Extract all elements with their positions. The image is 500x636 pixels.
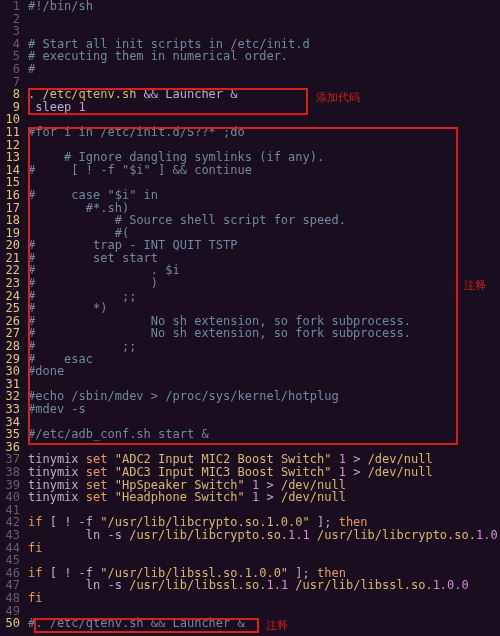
code-line[interactable]: # ;; [28,340,500,353]
line-number: 33 [0,403,20,416]
code-line[interactable]: #done [28,365,500,378]
code-line[interactable]: # esac [28,353,500,366]
code-line[interactable]: # executing them in numerical order. [28,50,500,63]
line-gutter: 1234567891011121314151617181920212223242… [0,0,28,630]
line-number: 30 [0,365,20,378]
code-line[interactable]: #echo /sbin/mdev > /proc/sys/kernel/hotp… [28,390,500,403]
line-number: 28 [0,340,20,353]
code-line[interactable]: ln -s /usr/lib/libcrypto.so.1.1 /usr/lib… [28,529,500,542]
line-number: 8 [0,88,20,101]
code-line[interactable]: #for i in /etc/init.d/S??* ;do [28,126,500,139]
line-number: 18 [0,214,20,227]
code-line[interactable]: fi [28,592,500,605]
line-number: 11 [0,126,20,139]
code-line[interactable]: #mdev -s [28,403,500,416]
line-number: 6 [0,63,20,76]
line-number: 35 [0,428,20,441]
line-number: 13 [0,151,20,164]
line-number: 50 [0,617,20,630]
line-number: 25 [0,302,20,315]
line-number: 3 [0,25,20,38]
line-number: 23 [0,277,20,290]
code-line[interactable] [28,13,500,26]
code-line[interactable]: #!/bin/sh [28,0,500,13]
code-editor[interactable]: 1234567891011121314151617181920212223242… [0,0,500,630]
line-number: 16 [0,189,20,202]
line-number: 38 [0,466,20,479]
code-line[interactable]: fi [28,542,500,555]
code-line[interactable]: # [28,63,500,76]
line-number: 40 [0,491,20,504]
line-number: 1 [0,0,20,13]
line-number: 43 [0,529,20,542]
code-line[interactable]: ln -s /usr/lib/libssl.so.1.1 /usr/lib/li… [28,579,500,592]
code-line[interactable]: # [ ! -f "$i" ] && continue [28,164,500,177]
code-line[interactable]: tinymix set "Headphone Switch" 1 > /dev/… [28,491,500,504]
code-line[interactable]: #/etc/adb_conf.sh start & [28,428,500,441]
line-number: 20 [0,239,20,252]
line-number: 45 [0,554,20,567]
code-line[interactable]: #. /etc/qtenv.sh && Launcher & [28,617,500,630]
code-line[interactable]: . /etc/qtenv.sh && Launcher & [28,88,500,101]
code-line[interactable]: sleep 1 [28,101,500,114]
line-number: 48 [0,592,20,605]
code-area[interactable]: #!/bin/sh # Start all init scripts in /e… [28,0,500,630]
